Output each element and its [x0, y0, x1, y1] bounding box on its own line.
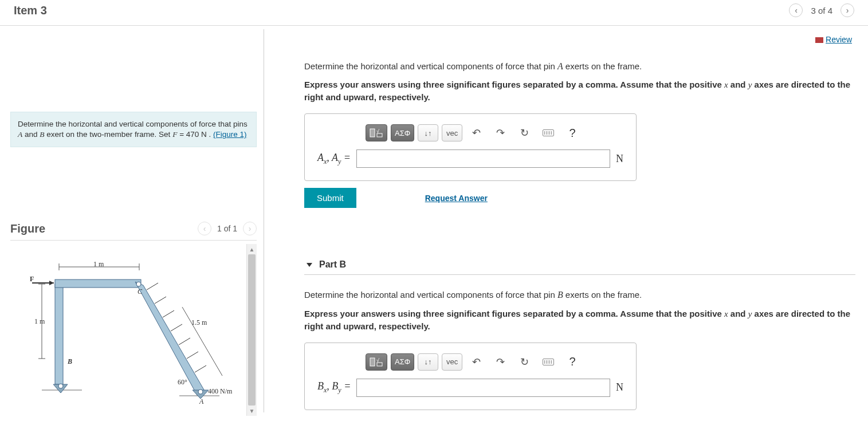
- figure-counter: 1 of 1: [217, 224, 237, 233]
- keyboard-button-b[interactable]: [538, 353, 559, 371]
- next-item-button[interactable]: ›: [840, 3, 854, 17]
- figure-canvas: 1 m 1 m 1.5 m 60° 400 N/m F B C A: [10, 244, 246, 416]
- svg-marker-4: [135, 282, 205, 395]
- vector-button-b[interactable]: vec: [442, 353, 462, 371]
- part-b-answer-input[interactable]: [356, 379, 610, 397]
- svg-line-15: [171, 324, 182, 331]
- part-a-answer-input[interactable]: [356, 149, 610, 168]
- undo-button[interactable]: ↶: [466, 124, 486, 141]
- svg-line-17: [187, 352, 198, 359]
- part-b-header[interactable]: Part B: [304, 259, 855, 275]
- left-column: Determine the horizontal and vertical co…: [0, 26, 264, 416]
- subscript-button[interactable]: ↓↑: [418, 124, 438, 141]
- part-b-answer-label: Bx, By =: [314, 380, 351, 395]
- var-b: B: [40, 130, 44, 139]
- label-a: A: [199, 398, 203, 406]
- svg-point-9: [136, 282, 141, 286]
- right-column: Review Determine the horizontal and vert…: [264, 26, 868, 416]
- redo-button[interactable]: ↷: [490, 124, 510, 141]
- reset-button-b[interactable]: ↻: [514, 353, 535, 371]
- help-button[interactable]: ?: [562, 124, 583, 141]
- svg-point-8: [198, 389, 203, 394]
- vector-button[interactable]: vec: [442, 124, 462, 141]
- prev-item-button[interactable]: ‹: [789, 3, 803, 17]
- figure-scrollbar[interactable]: ▲ ▼: [246, 244, 257, 416]
- part-b-answer-unit: N: [616, 381, 627, 393]
- request-answer-link[interactable]: Request Answer: [425, 194, 488, 203]
- templates-button[interactable]: √: [366, 124, 387, 141]
- keyboard-button[interactable]: [538, 124, 559, 141]
- scroll-thumb[interactable]: [248, 254, 256, 406]
- greek-button-b[interactable]: ΑΣΦ: [391, 353, 414, 371]
- svg-rect-29: [370, 358, 375, 366]
- greek-button[interactable]: ΑΣΦ: [391, 124, 414, 141]
- svg-rect-3: [55, 280, 141, 288]
- part-b-toolbar: √ ΑΣΦ ↓↑ vec ↶ ↷ ↻ ?: [366, 353, 627, 371]
- part-b-title: Part B: [319, 259, 346, 270]
- item-counter: 3 of 4: [811, 6, 832, 15]
- problem-statement: Determine the horizontal and vertical co…: [10, 112, 257, 147]
- part-a-answer-label: Ax, Ay =: [314, 152, 351, 166]
- svg-line-12: [147, 283, 158, 290]
- reset-button[interactable]: ↻: [514, 124, 535, 141]
- dim-load: 400 N/m: [208, 387, 232, 396]
- label-b: B: [68, 357, 72, 366]
- svg-line-18: [195, 365, 206, 372]
- part-b-question: Determine the horizontal and vertical co…: [304, 289, 855, 301]
- keyboard-icon: [543, 359, 554, 365]
- next-figure-button[interactable]: ›: [243, 222, 257, 235]
- part-a-question: Determine the horizontal and vertical co…: [304, 60, 855, 73]
- svg-rect-26: [370, 129, 375, 137]
- redo-button-b[interactable]: ↷: [490, 353, 510, 371]
- figure-link[interactable]: (Figure 1): [213, 130, 247, 139]
- var-a: A: [18, 130, 22, 139]
- label-c: C: [138, 288, 142, 296]
- svg-line-14: [163, 310, 174, 317]
- review-link[interactable]: Review: [815, 35, 852, 44]
- svg-marker-11: [49, 281, 54, 285]
- top-bar: Item 3 ‹ 3 of 4 ›: [0, 0, 868, 26]
- part-a-toolbar: √ ΑΣΦ ↓↑ vec ↶ ↷ ↻ ?: [366, 124, 627, 141]
- submit-button[interactable]: Submit: [304, 188, 356, 208]
- dim-left: 1 m: [34, 317, 45, 326]
- part-a-answer-box: √ ΑΣΦ ↓↑ vec ↶ ↷ ↻ ? Ax, Ay = N: [304, 113, 637, 181]
- dim-angle: 60°: [178, 378, 187, 387]
- flag-icon: [815, 37, 823, 43]
- dim-slant: 1.5 m: [191, 318, 207, 327]
- part-b-answer-box: √ ΑΣΦ ↓↑ vec ↶ ↷ ↻ ? Bx, By = N: [304, 343, 637, 410]
- label-f: F: [30, 275, 34, 284]
- part-a-instruction: Express your answers using three signifi…: [304, 78, 855, 103]
- help-button-b[interactable]: ?: [562, 353, 583, 371]
- svg-line-16: [179, 338, 190, 345]
- scroll-up-icon[interactable]: ▲: [247, 244, 257, 254]
- svg-line-13: [155, 297, 166, 304]
- part-b-instruction: Express your answers using three signifi…: [304, 308, 855, 332]
- caret-down-icon: [307, 263, 312, 267]
- keyboard-icon: [543, 129, 554, 136]
- part-a-answer-unit: N: [616, 153, 627, 165]
- subscript-button-b[interactable]: ↓↑: [418, 353, 438, 371]
- scroll-down-icon[interactable]: ▼: [247, 406, 257, 416]
- figure-divider: [10, 240, 257, 241]
- undo-button-b[interactable]: ↶: [466, 353, 486, 371]
- item-title: Item 3: [14, 4, 47, 17]
- prev-figure-button[interactable]: ‹: [198, 222, 211, 235]
- svg-point-6: [58, 384, 63, 388]
- figure-heading: Figure: [10, 222, 198, 235]
- dim-top: 1 m: [93, 260, 104, 269]
- templates-button-b[interactable]: √: [366, 353, 387, 371]
- svg-rect-2: [55, 284, 63, 384]
- problem-text: Determine the horizontal and vertical co…: [18, 120, 248, 128]
